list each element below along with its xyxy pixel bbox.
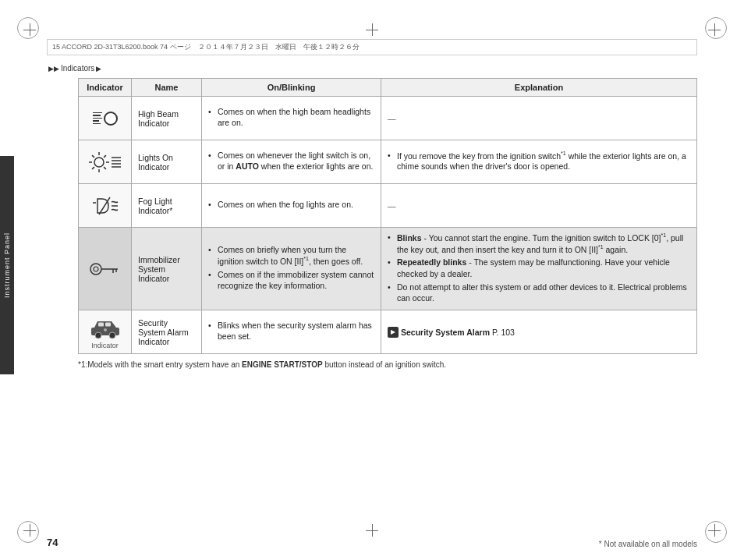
security-icon-label: Indicator <box>91 342 119 349</box>
security-ref-link: ▶ Security System Alarm P. 103 <box>388 327 515 338</box>
svg-point-0 <box>94 158 104 167</box>
name-cell-fog: Fog Light Indicator* <box>132 184 202 228</box>
highbeam-bullets: Comes on when the high beam headlights a… <box>208 106 374 128</box>
page-number: 74 <box>47 537 58 548</box>
headlight-circle <box>104 112 118 126</box>
crosshair-bl <box>23 524 36 537</box>
breadcrumb: ▶▶ Indicators ▶ <box>47 64 103 73</box>
indicator-cell-fog <box>79 184 132 228</box>
svg-line-5 <box>92 155 94 158</box>
onblinking-cell-lightson: Comes on whenever the light switch is on… <box>202 140 381 184</box>
onblinking-cell-immobilizer: Comes on briefly when you turn the ignit… <box>202 228 381 310</box>
name-cell-highbeam: High Beam Indicator <box>132 97 202 140</box>
svg-point-25 <box>109 332 115 338</box>
lightson-bullet-1: Comes on whenever the light switch is on… <box>208 150 374 172</box>
explanation-cell-security: ▶ Security System Alarm P. 103 <box>381 310 697 354</box>
security-name: Security System Alarm Indicator <box>138 318 189 346</box>
name-cell-security: Security System Alarm Indicator <box>132 310 202 354</box>
breadcrumb-item: Indicators <box>61 64 94 73</box>
table-row: Lights On Indicator Comes on whenever th… <box>79 140 697 184</box>
svg-line-7 <box>104 155 106 158</box>
crosshair-tl <box>23 23 36 36</box>
explanation-cell-fog: — <box>381 184 697 228</box>
svg-point-26 <box>104 328 107 331</box>
immobilizer-bullet-2: Comes on if the immobilizer system canno… <box>208 269 374 291</box>
immobilizer-explanation: Blinks - You cannot start the engine. Tu… <box>388 232 690 303</box>
immobilizer-bullets: Comes on briefly when you turn the ignit… <box>208 244 374 291</box>
name-cell-lightson: Lights On Indicator <box>132 140 202 184</box>
crosshair-br <box>708 524 721 537</box>
footer-note: * Not available on all models <box>599 540 697 548</box>
explanation-cell-highbeam: — <box>381 97 697 140</box>
icon-highbeam-container <box>85 101 125 136</box>
fog-dash: — <box>388 201 396 211</box>
beam-line-4 <box>93 120 99 122</box>
table-row: Fog Light Indicator* Comes on when the f… <box>79 184 697 228</box>
svg-line-6 <box>104 167 106 169</box>
breadcrumb-arrow-left: ▶▶ <box>48 65 59 73</box>
col-header-name: Name <box>132 79 202 97</box>
svg-rect-22 <box>98 322 104 326</box>
footnote: *1:Models with the smart entry system ha… <box>78 360 697 369</box>
explanation-cell-lightson: If you remove the key from the ignition … <box>381 140 697 184</box>
lights-on-icon <box>88 151 122 174</box>
highbeam-name: High Beam Indicator <box>138 109 179 128</box>
beam-line-2 <box>93 115 101 116</box>
immobilizer-icon <box>88 257 122 281</box>
lightson-bullets: Comes on whenever the light switch is on… <box>208 150 374 172</box>
crosshair-bm <box>366 524 378 537</box>
icon-immobilizer-container <box>85 251 125 286</box>
table-row: High Beam Indicator Comes on when the hi… <box>79 97 697 140</box>
table-header-row: Indicator Name On/Blinking Explanation <box>79 79 697 97</box>
immobilizer-exp-2: Repeatedly blinks - The system may be ma… <box>388 257 690 278</box>
security-bullets: Blinks when the security system alarm ha… <box>208 320 374 342</box>
svg-line-8 <box>92 167 94 169</box>
fog-name: Fog Light Indicator* <box>138 197 172 215</box>
svg-point-24 <box>95 332 101 338</box>
beam-line-3 <box>93 118 102 119</box>
immobilizer-name: Immobilizer System Indicator <box>138 255 180 283</box>
lightson-explanation: If you remove the key from the ignition … <box>388 150 690 172</box>
security-ref-text: Security System Alarm P. 103 <box>401 328 515 337</box>
col-header-explanation: Explanation <box>381 79 697 97</box>
indicator-cell-immobilizer <box>79 228 132 310</box>
svg-point-17 <box>94 267 98 271</box>
indicator-cell-highbeam <box>79 97 132 140</box>
col-header-onblinking: On/Blinking <box>202 79 381 97</box>
indicators-table: Indicator Name On/Blinking Explanation <box>78 78 697 354</box>
security-bullet-1: Blinks when the security system alarm ha… <box>208 320 374 342</box>
fog-bullets: Comes on when the fog lights are on. <box>208 199 374 210</box>
icon-security-container: Indicator <box>85 314 125 349</box>
file-info: 15 ACCORD 2D-31T3L6200.book 74 ページ ２０１４年… <box>52 42 360 52</box>
lightson-exp-1: If you remove the key from the ignition … <box>388 150 690 172</box>
highbeam-dash: — <box>388 114 396 123</box>
highbeam-bullet-1: Comes on when the high beam headlights a… <box>208 106 374 128</box>
crosshair-tr <box>708 23 721 36</box>
immobilizer-exp-3: Do not attempt to alter this system or a… <box>388 282 690 303</box>
table-row: Indicator Security System Alarm Indicato… <box>79 310 697 354</box>
high-beam-icon <box>93 112 118 126</box>
side-tab: Instrument Panel <box>0 156 14 374</box>
ref-arrow-icon: ▶ <box>388 327 399 338</box>
icon-lightson-container <box>85 144 125 179</box>
onblinking-cell-fog: Comes on when the fog lights are on. <box>202 184 381 228</box>
main-content: Indicator Name On/Blinking Explanation <box>78 78 697 505</box>
fog-bullet-1: Comes on when the fog lights are on. <box>208 199 374 210</box>
beam-line-5 <box>93 123 101 125</box>
svg-rect-23 <box>105 322 111 326</box>
side-tab-label: Instrument Panel <box>3 232 11 298</box>
table-row: Immobilizer System Indicator Comes on br… <box>79 228 697 310</box>
onblinking-cell-highbeam: Comes on when the high beam headlights a… <box>202 97 381 140</box>
indicator-cell-security: Indicator <box>79 310 132 354</box>
beam-lines <box>93 112 102 125</box>
crosshair-tm <box>366 23 378 36</box>
security-alarm-icon <box>88 315 122 340</box>
icon-fog-container <box>85 188 125 223</box>
breadcrumb-arrow-right: ▶ <box>96 65 101 73</box>
onblinking-cell-security: Blinks when the security system alarm ha… <box>202 310 381 354</box>
explanation-cell-immobilizer: Blinks - You cannot start the engine. Tu… <box>381 228 697 310</box>
beam-line-1 <box>93 112 102 114</box>
name-cell-immobilizer: Immobilizer System Indicator <box>132 228 202 310</box>
immobilizer-exp-1: Blinks - You cannot start the engine. Tu… <box>388 232 690 254</box>
lightson-name: Lights On Indicator <box>138 153 173 172</box>
